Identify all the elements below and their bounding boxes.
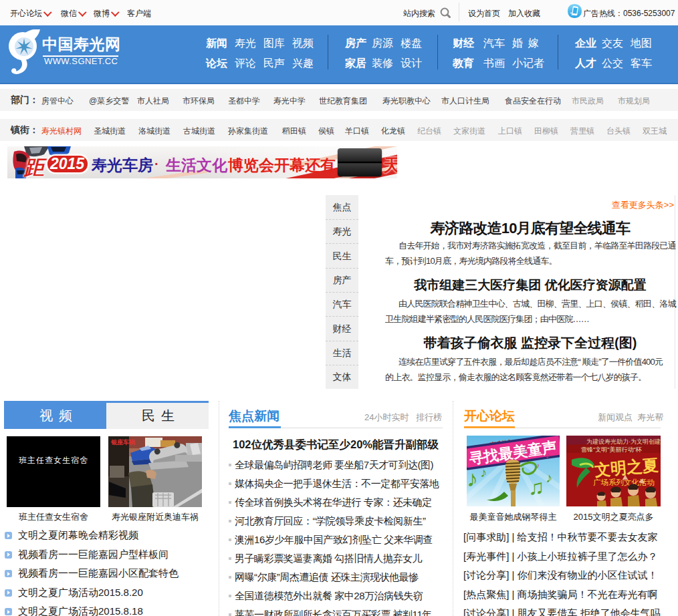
svg-text:♪: ♪	[523, 446, 527, 454]
svg-text:♪: ♪	[480, 465, 487, 480]
svg-text:♪: ♪	[546, 450, 550, 460]
svg-text:♪: ♪	[536, 462, 540, 469]
svg-text:♪: ♪	[467, 466, 478, 491]
svg-text:雷锋"文明"美丽行动"杯: 雷锋"文明"美丽行动"杯	[581, 446, 643, 453]
svg-text:♫: ♫	[528, 475, 544, 499]
svg-text:♪: ♪	[546, 470, 552, 485]
svg-text:银座车祸: 银座车祸	[110, 438, 135, 446]
svg-text:为建设寿光助力·为文明创建助力: 为建设寿光助力·为文明创建助力	[586, 438, 661, 445]
